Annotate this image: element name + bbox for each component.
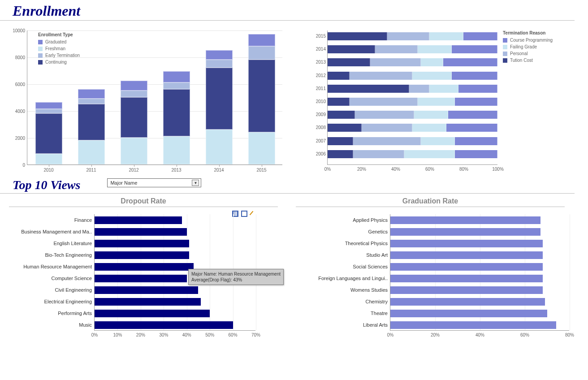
page-title-enrollment: Enrollment <box>0 0 575 21</box>
graduation-title: Graduation Rate <box>296 197 565 207</box>
termination-reason-chart: 2015201420132012201120102009200820072006… <box>300 21 576 175</box>
tooltip-line: Major Name: Human Resource Management <box>191 272 281 276</box>
legend-label: Course Programming <box>510 37 553 43</box>
dropout-title: Dropout Rate <box>9 197 278 207</box>
legend-label: Failing Grade <box>510 43 537 50</box>
tooltip: Major Name: Human Resource Management Av… <box>188 269 284 285</box>
termination-legend-title: Termination Reason <box>503 30 553 35</box>
chevron-down-icon: ▼ <box>192 180 199 186</box>
page-title-top10: Top 10 Views <box>0 175 80 193</box>
enrollment-legend: Enrollment Type Graduated Freshman Early… <box>38 32 80 65</box>
termination-legend: Termination Reason Course Programming Fa… <box>503 30 553 64</box>
graduation-rate-chart: Graduation Rate 0%20%40%60%80%Applied Ph… <box>287 197 574 350</box>
tooltip-line: Average(Drop Flag): 43% <box>191 277 242 282</box>
legend-label: Early Termination <box>45 52 80 59</box>
legend-label: Tution Cost <box>510 57 533 64</box>
dropout-rate-chart: Dropout Rate 0%10%20%30%40%50%60%70%Fina… <box>0 197 287 350</box>
enrollment-type-chart: 0200040006000800010000201020112012201320… <box>0 21 300 175</box>
major-name-dropdown[interactable]: Major Name ▼ <box>107 178 201 187</box>
legend-label: Personal <box>510 50 527 57</box>
enrollment-legend-title: Enrollment Type <box>38 32 80 37</box>
legend-label: Continuing <box>45 59 67 65</box>
legend-label: Freshman <box>45 45 65 52</box>
dropdown-selected: Major Name <box>110 180 137 186</box>
legend-label: Graduated <box>45 39 66 45</box>
